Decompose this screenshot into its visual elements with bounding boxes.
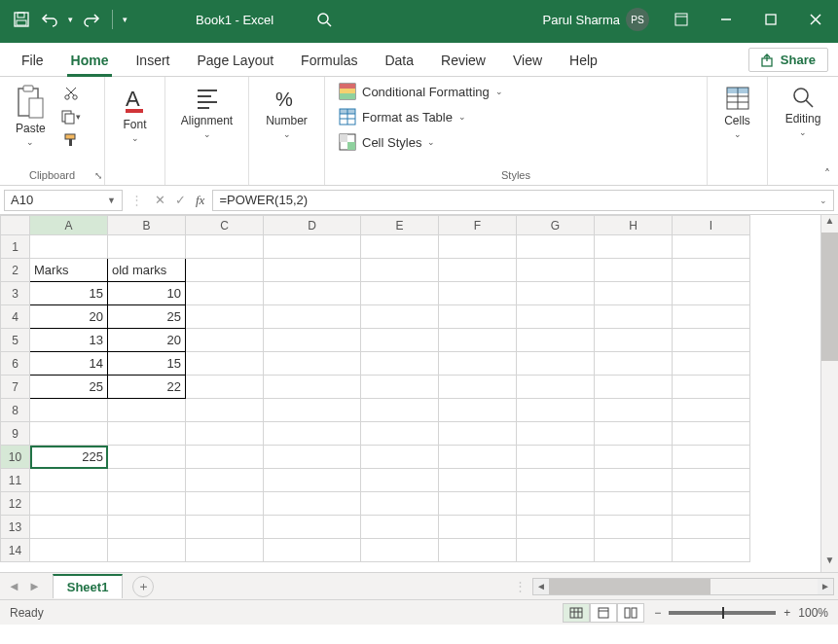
insert-function-icon[interactable]: fx [196, 193, 204, 208]
cell-A8[interactable] [30, 399, 108, 422]
tab-home[interactable]: Home [59, 47, 121, 76]
cell-I7[interactable] [673, 376, 750, 399]
tab-file[interactable]: File [10, 47, 55, 76]
user-account[interactable]: Parul Sharma PS [543, 8, 649, 31]
cell-I11[interactable] [673, 469, 750, 492]
cell-I8[interactable] [673, 399, 750, 422]
page-layout-view-icon[interactable] [590, 603, 617, 623]
zoom-out-button[interactable]: − [654, 606, 661, 620]
cell-D10[interactable] [264, 446, 361, 469]
cell-H10[interactable] [595, 446, 673, 469]
cell-H2[interactable] [595, 259, 673, 282]
scroll-left-icon[interactable]: ◄ [533, 581, 549, 591]
cell-A2[interactable]: Marks [30, 259, 108, 282]
cell-C12[interactable] [186, 492, 264, 516]
cell-H9[interactable] [595, 422, 673, 446]
cell-F4[interactable] [439, 305, 517, 329]
cell-B14[interactable] [108, 539, 186, 562]
cell-C5[interactable] [186, 329, 264, 352]
cell-B11[interactable] [108, 469, 186, 492]
cell-D2[interactable] [264, 259, 361, 282]
cell-G13[interactable] [517, 516, 595, 539]
scroll-up-icon[interactable]: ▲ [821, 215, 838, 233]
row-header[interactable]: 11 [1, 469, 30, 492]
cell-H5[interactable] [595, 329, 673, 352]
cell-E8[interactable] [361, 399, 439, 422]
cell-H14[interactable] [595, 539, 673, 562]
cell-A11[interactable] [30, 469, 108, 492]
cell-C9[interactable] [186, 422, 264, 446]
cell-C14[interactable] [186, 539, 264, 562]
row-header[interactable]: 1 [1, 235, 30, 259]
cell-H13[interactable] [595, 516, 673, 539]
save-icon[interactable] [10, 8, 33, 31]
undo-button[interactable] [39, 8, 62, 31]
format-as-table-button[interactable]: Format as Table ⌄ [335, 106, 507, 127]
column-header[interactable]: B [108, 216, 186, 235]
cell-D1[interactable] [264, 235, 361, 259]
cell-A12[interactable] [30, 492, 108, 516]
cell-H12[interactable] [595, 492, 673, 516]
cell-F10[interactable] [439, 446, 517, 469]
cell-G7[interactable] [517, 376, 595, 399]
cell-B4[interactable]: 25 [108, 305, 186, 329]
cell-F8[interactable] [439, 399, 517, 422]
cell-F14[interactable] [439, 539, 517, 562]
cell-I5[interactable] [673, 329, 750, 352]
column-header[interactable]: H [595, 216, 673, 235]
cell-A10[interactable]: 225 [30, 446, 108, 469]
cell-C13[interactable] [186, 516, 264, 539]
cell-H7[interactable] [595, 376, 673, 399]
cell-G8[interactable] [517, 399, 595, 422]
cell-G11[interactable] [517, 469, 595, 492]
cell-H1[interactable] [595, 235, 673, 259]
row-header[interactable]: 3 [1, 282, 30, 305]
new-sheet-button[interactable]: ＋ [132, 576, 154, 597]
cell-C10[interactable] [186, 446, 264, 469]
share-button[interactable]: Share [748, 48, 828, 72]
zoom-slider[interactable] [669, 611, 776, 615]
scroll-down-icon[interactable]: ▼ [821, 555, 838, 572]
cell-E10[interactable] [361, 446, 439, 469]
tab-review[interactable]: Review [429, 47, 497, 76]
cell-B10[interactable] [108, 446, 186, 469]
column-header[interactable]: G [517, 216, 595, 235]
cell-B7[interactable]: 22 [108, 376, 186, 399]
cell-F12[interactable] [439, 492, 517, 516]
tab-scroll-right-icon[interactable]: ► [28, 579, 41, 593]
search-icon[interactable] [312, 8, 336, 31]
cell-G14[interactable] [517, 539, 595, 562]
cell-I12[interactable] [673, 492, 750, 516]
cell-E7[interactable] [361, 376, 439, 399]
cell-C2[interactable] [186, 259, 264, 282]
row-header[interactable]: 4 [1, 305, 30, 329]
column-header[interactable]: F [439, 216, 517, 235]
cell-E1[interactable] [361, 235, 439, 259]
cell-I6[interactable] [673, 352, 750, 376]
cell-E3[interactable] [361, 282, 439, 305]
close-icon[interactable] [793, 0, 838, 39]
row-header[interactable]: 13 [1, 516, 30, 539]
cell-B3[interactable]: 10 [108, 282, 186, 305]
cell-E13[interactable] [361, 516, 439, 539]
cell-H6[interactable] [595, 352, 673, 376]
cell-A7[interactable]: 25 [30, 376, 108, 399]
cell-F13[interactable] [439, 516, 517, 539]
tab-insert[interactable]: Insert [124, 47, 181, 76]
cell-G10[interactable] [517, 446, 595, 469]
cell-A9[interactable] [30, 422, 108, 446]
row-header[interactable]: 12 [1, 492, 30, 516]
maximize-icon[interactable] [748, 0, 793, 39]
conditional-formatting-button[interactable]: Conditional Formatting ⌄ [335, 81, 507, 102]
copy-icon[interactable]: ▾ [57, 106, 85, 127]
format-painter-icon[interactable] [57, 129, 85, 151]
cell-F1[interactable] [439, 235, 517, 259]
column-header[interactable]: D [264, 216, 361, 235]
cell-E14[interactable] [361, 539, 439, 562]
cell-E12[interactable] [361, 492, 439, 516]
cell-C4[interactable] [186, 305, 264, 329]
cell-B5[interactable]: 20 [108, 329, 186, 352]
cell-D7[interactable] [264, 376, 361, 399]
cut-icon[interactable] [57, 83, 85, 104]
cell-C7[interactable] [186, 376, 264, 399]
